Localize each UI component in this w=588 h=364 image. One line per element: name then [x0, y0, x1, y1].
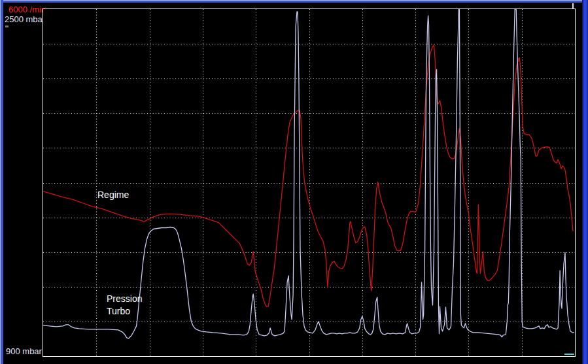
window-border-right — [582, 0, 588, 364]
cursor-artifact — [5, 25, 9, 27]
bottom-cyan-marker — [564, 354, 574, 355]
pressure-scale-max-label: 2500 mbar — [5, 14, 45, 24]
window-border-top — [0, 0, 588, 3]
chart-plot-area[interactable]: Regime Pression Turbo — [43, 8, 576, 357]
pression-turbo-series-path — [43, 9, 574, 339]
pression-label-line1: Pression — [107, 293, 142, 305]
pressure-scale-min-label: 900 mbar — [6, 346, 42, 356]
pression-turbo-series-label: Pression Turbo — [107, 293, 142, 318]
top-marker-tick — [572, 3, 574, 9]
regime-series-label: Regime — [97, 190, 129, 200]
pression-label-line2: Turbo — [107, 305, 142, 318]
regime-series-path — [43, 45, 573, 306]
rpm-scale-max-label: 6000 /min — [9, 5, 46, 14]
window-border-left — [0, 0, 3, 364]
